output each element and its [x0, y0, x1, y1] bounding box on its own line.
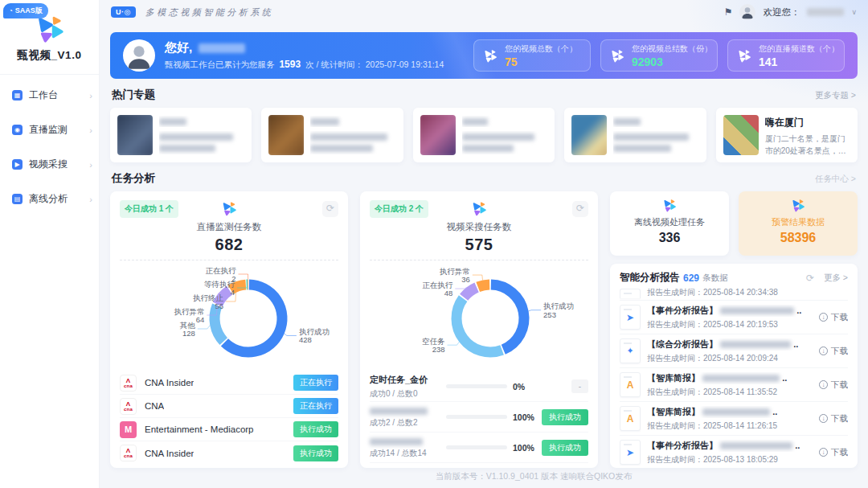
cna-logo-icon: Λcna: [120, 398, 137, 415]
download-icon: [819, 380, 828, 389]
download-button[interactable]: 下载: [819, 447, 848, 458]
report-row[interactable]: 【综合分析报告】 .. 报告生成时间：2025-08-14 20:09:24 下…: [620, 334, 848, 368]
download-label: 下载: [831, 346, 848, 357]
card-title: 视频采搜任务数: [370, 221, 588, 233]
report-row[interactable]: 【事件分析报告】 .. 报告生成时间：2025-08-13 18:05:29 下…: [620, 436, 848, 466]
download-button[interactable]: 下载: [819, 379, 848, 391]
user-avatar[interactable]: [739, 4, 755, 20]
topic-thumbnail: [420, 115, 456, 155]
chevron-right-icon: [89, 195, 92, 204]
greeting: 您好,: [165, 40, 192, 55]
task-stats: 成功14 / 总数14: [370, 448, 440, 459]
banner-text: 您好, 甄视频工作台已累计为您服务 1593 次 / 统计时间： 2025-07…: [165, 40, 444, 71]
card-value: 575: [370, 236, 588, 254]
chevron-down-icon[interactable]: [851, 8, 857, 16]
download-button[interactable]: 下载: [819, 413, 848, 424]
topic-title: 嗨在厦门: [765, 116, 850, 129]
card-value: 682: [120, 236, 338, 254]
reports-count: 629: [683, 273, 699, 284]
channel-row[interactable]: Λcna CNA Insider 正在执行: [120, 371, 338, 395]
redacted-text: [370, 408, 428, 415]
scheduled-task-row[interactable]: 成功2 / 总数2 100% 执行成功: [370, 402, 588, 433]
sidebar-item-video-search[interactable]: 视频采搜: [0, 147, 99, 182]
card-value: 336: [616, 231, 723, 245]
flag-icon[interactable]: [724, 6, 733, 18]
sidebar-item-workbench[interactable]: 工作台: [0, 78, 99, 113]
banner-avatar: [123, 39, 155, 72]
download-label: 下载: [831, 379, 848, 391]
download-button[interactable]: 下载: [819, 346, 848, 357]
brief-report-icon: [620, 406, 641, 431]
scheduled-task-row[interactable]: 成功14 / 总数14 100% 执行成功: [370, 433, 588, 463]
topic-card[interactable]: [564, 108, 706, 162]
scheduled-task-row-partial[interactable]: [370, 463, 588, 468]
redacted-username: [807, 8, 844, 16]
time-label: 报告生成时间：: [647, 288, 703, 297]
download-button[interactable]: 下载: [819, 312, 848, 323]
channel-row[interactable]: Λcna CNA 正在执行: [120, 395, 338, 418]
app-logo-icon: [220, 200, 238, 217]
topic-card[interactable]: [413, 108, 555, 162]
topbar: U·◎ 多模态视频智能分析系统 欢迎您：: [100, 0, 868, 24]
sidebar-item-offline-analysis[interactable]: 离线分析: [0, 182, 99, 216]
status-badge: 执行成功: [542, 409, 588, 425]
divider: [120, 260, 338, 260]
live-monitor-donut-chart: 正在执行2等待执行4执行终止56执行异常64其他128执行成功428: [120, 262, 338, 371]
status-badge: 执行成功: [293, 421, 338, 437]
section-title: 任务分析: [112, 171, 155, 186]
cna-logo-icon: Λcna: [120, 445, 137, 461]
stat-value: 141: [759, 55, 839, 68]
topic-card-xiamen[interactable]: 嗨在厦门 厦门二十名景，是厦门市的20处著名景点，即万石涵翠...: [716, 108, 858, 162]
scheduled-task-row[interactable]: 定时任务_金价 成功0 / 总数0 0% -: [370, 371, 588, 402]
stat-label: 您的直播频道数（个）: [759, 43, 839, 55]
time-label: 报告生成时间：: [647, 354, 703, 363]
redacted-text: [702, 375, 780, 382]
download-icon: [819, 347, 828, 355]
report-row[interactable]: 【智库简报】 .. 报告生成时间：2025-08-14 11:35:52 下载: [620, 368, 848, 402]
download-icon: [819, 414, 828, 423]
mediacorp-logo-icon: M: [120, 421, 137, 438]
status-badge: -: [571, 379, 588, 393]
sidebar-item-live-monitor[interactable]: 直播监测: [0, 113, 99, 147]
svg-text:空任务238: 空任务238: [422, 337, 445, 355]
topic-thumbnail: [268, 115, 304, 155]
channel-row[interactable]: M Entertainment - Mediacorp 执行成功: [120, 418, 338, 441]
task-center-link[interactable]: 任务中心 >: [815, 174, 856, 185]
refresh-icon[interactable]: [572, 201, 588, 217]
redacted-text: [159, 118, 186, 125]
topbar-right: 欢迎您：: [724, 4, 857, 20]
service-time: 2025-07-09 19:31:14: [366, 59, 444, 69]
scheduled-task-list: 定时任务_金价 成功0 / 总数0 0% - 成功2 / 总数2: [370, 371, 588, 468]
brand-badge: U·◎: [111, 6, 136, 18]
chevron-right-icon: [89, 125, 92, 135]
refresh-icon[interactable]: [806, 273, 814, 284]
chevron-right-icon: [89, 160, 92, 170]
service-count: 1593: [279, 59, 301, 70]
svg-text:执行成功253: 执行成功253: [543, 301, 574, 319]
report-time: 2025-08-14 11:26:15: [703, 421, 777, 430]
report-row[interactable]: 【事件分析报告】 .. 报告生成时间：2025-08-14 20:19:53 下…: [620, 301, 848, 334]
report-row[interactable]: 【智库简报】 .. 报告生成时间：2025-08-14 11:26:15 下载: [620, 402, 848, 436]
sidebar-item-label: 直播监测: [29, 123, 68, 137]
redacted-text: [702, 408, 770, 416]
time-label: 报告生成时间：: [647, 320, 703, 329]
report-time: 2025-08-13 18:05:29: [703, 455, 778, 464]
brief-report-icon: [620, 372, 641, 397]
topic-card[interactable]: [261, 108, 403, 162]
refresh-icon[interactable]: [322, 201, 338, 217]
more-topics-link[interactable]: 更多专题 >: [815, 90, 856, 101]
channel-list: Λcna CNA Insider 正在执行 Λcna CNA 正在执行 M En…: [120, 371, 338, 465]
topic-card[interactable]: [110, 108, 252, 162]
more-reports-link[interactable]: 更多 >: [824, 273, 848, 284]
app-logo-icon: [482, 48, 498, 64]
alert-results-card: 预警结果数据 58396: [739, 191, 858, 256]
saas-badge: SAAS版: [3, 3, 48, 18]
redacted-text: [462, 118, 488, 125]
time-label: 报告生成时间：: [647, 455, 703, 464]
progress-percent: 0%: [513, 382, 538, 392]
channel-row[interactable]: Λcna CNA Insider 执行成功: [120, 441, 338, 465]
time-label: 报告生成时间：: [647, 421, 703, 430]
report-row-partial[interactable]: 报告生成时间：2025-08-14 20:34:38: [620, 288, 848, 301]
app-logo-icon: [661, 198, 678, 213]
redacted-text: [720, 442, 792, 449]
